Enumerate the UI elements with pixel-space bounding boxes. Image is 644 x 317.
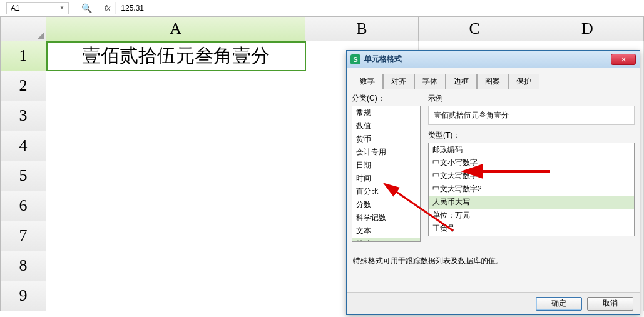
type-item[interactable]: 单位：万元 [429,209,634,222]
category-item[interactable]: 数值 [352,119,420,133]
col-header-B[interactable]: B [305,16,418,41]
cell-A9[interactable] [46,281,305,311]
annotation-arrow-icon [472,162,553,183]
name-box[interactable]: A1 ▼ [6,2,69,14]
cell-A2[interactable] [46,71,305,101]
zoom-icon[interactable]: 🔍 [81,3,92,13]
category-item[interactable]: 会计专用 [352,146,420,159]
ok-button[interactable]: 确定 [536,297,582,311]
col-header-A[interactable]: A [46,16,305,41]
type-item[interactable]: 邮政编码 [429,143,634,156]
close-button[interactable]: ✕ [611,54,636,65]
tab-border[interactable]: 边框 [446,74,477,89]
tab-pattern[interactable]: 图案 [477,74,508,89]
row-header-8[interactable]: 8 [0,251,46,281]
tab-font[interactable]: 字体 [414,74,446,89]
tab-protect[interactable]: 保护 [508,74,539,89]
fx-label[interactable]: fx [105,4,110,13]
example-box: 壹佰贰拾伍元叁角壹分 [428,106,635,125]
type-item[interactable]: 中文大写数字2 [429,183,634,196]
row-header-7[interactable]: 7 [0,221,46,251]
row-header-4[interactable]: 4 [0,131,46,161]
dialog-title: 单元格格式 [364,54,611,64]
col-header-D[interactable]: D [531,16,644,41]
tab-number[interactable]: 数字 [352,74,383,89]
format-hint: 特殊格式可用于跟踪数据列表及数据库的值。 [352,256,635,266]
cell-format-dialog: S 单元格格式 ✕ 数字 对齐 字体 边框 图案 保护 分类(C)： 常规 数值… [346,50,640,315]
row-header-2[interactable]: 2 [0,71,46,101]
cell-A6[interactable] [46,191,305,221]
app-logo-icon: S [350,54,360,64]
col-header-C[interactable]: C [419,16,531,41]
cell-A8[interactable] [46,251,305,281]
select-all-corner[interactable] [0,16,46,41]
row-header-1[interactable]: 1 [0,41,46,71]
cancel-button[interactable]: 取消 [587,297,633,311]
category-item[interactable]: 货币 [352,133,420,146]
name-box-dropdown-icon[interactable]: ▼ [59,5,64,11]
cell-reference: A1 [11,4,20,13]
row-header-9[interactable]: 9 [0,281,46,311]
type-label: 类型(T)： [428,130,635,141]
example-value: 壹佰贰拾伍元叁角壹分 [434,111,509,119]
tab-align[interactable]: 对齐 [383,74,414,89]
cell-A3[interactable] [46,101,305,131]
cell-A4[interactable] [46,131,305,161]
row-header-3[interactable]: 3 [0,101,46,131]
formula-bar: A1 ▼ 🔍 fx [0,0,644,16]
dialog-titlebar[interactable]: S 单元格格式 ✕ [347,51,640,68]
category-item[interactable]: 日期 [352,159,420,172]
cell-A7[interactable] [46,221,305,251]
column-headers: A B C D [0,16,644,41]
category-item[interactable]: 常规 [352,106,420,119]
type-item-rmb[interactable]: 人民币大写 [429,196,634,209]
row-header-5[interactable]: 5 [0,161,46,191]
dialog-tabs: 数字 对齐 字体 边框 图案 保护 [352,73,635,89]
dialog-body: 数字 对齐 字体 边框 图案 保护 分类(C)： 常规 数值 货币 会计专用 日… [347,68,640,292]
cell-A5[interactable] [46,161,305,191]
formula-input[interactable] [115,2,644,14]
cell-A1[interactable]: 壹佰贰拾伍元叁角壹分 [46,41,306,71]
category-label: 分类(C)： [352,93,421,104]
type-item[interactable]: 正负号 [429,222,634,235]
row-header-6[interactable]: 6 [0,191,46,221]
annotation-arrow-icon [384,181,459,239]
example-label: 示例 [428,93,635,104]
dialog-button-bar: 确定 取消 [347,292,640,314]
